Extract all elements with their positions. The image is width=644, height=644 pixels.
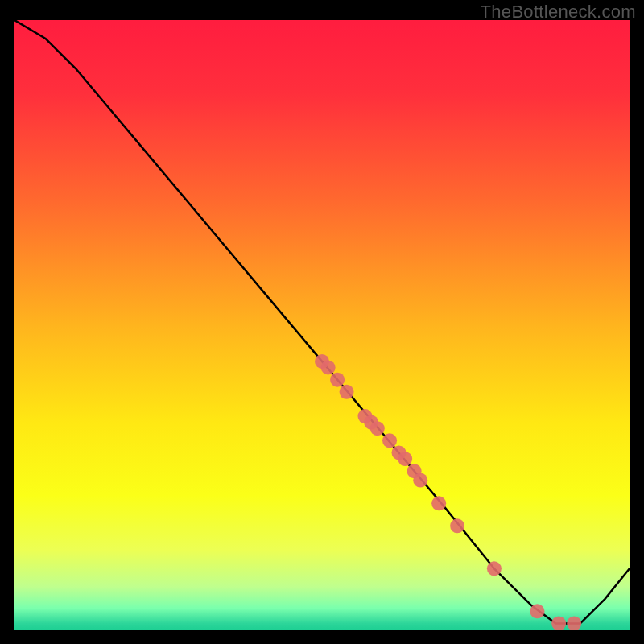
data-point [567, 616, 581, 630]
plot-background [14, 20, 630, 630]
data-point [551, 616, 566, 630]
data-point [321, 360, 336, 374]
data-point [398, 452, 412, 466]
data-point [413, 473, 427, 488]
bottleneck-chart [0, 0, 644, 644]
data-point [431, 496, 446, 510]
data-point [450, 518, 464, 533]
data-point [487, 561, 502, 576]
data-point [530, 604, 544, 618]
data-point [370, 421, 385, 436]
data-point [382, 433, 397, 448]
chart-frame: TheBottleneck.com [0, 0, 644, 644]
data-point [330, 373, 345, 387]
data-point [340, 385, 354, 399]
attribution-watermark: TheBottleneck.com [481, 2, 636, 23]
